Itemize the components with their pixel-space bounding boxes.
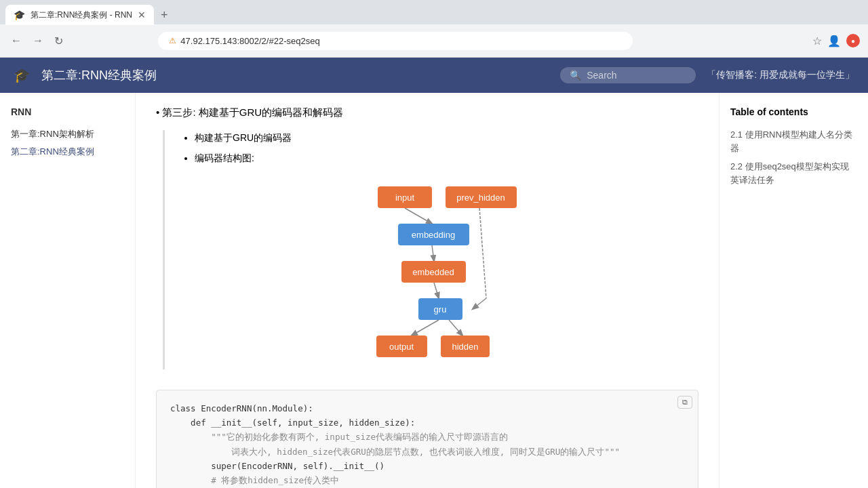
bullet-list: 构建基于GRU的编码器 编码器结构图: [178, 130, 698, 166]
search-input[interactable] [587, 70, 682, 81]
page-title: 第二章:RNN经典案例 [41, 67, 549, 83]
svg-text:hidden: hidden [452, 342, 478, 352]
browser-chrome: 🎓 第二章:RNN经典案例 - RNN ✕ + ← → ↻ ⚠ 47.92.17… [0, 0, 868, 58]
svg-text:output: output [389, 342, 414, 352]
search-icon: 🔍 [570, 70, 581, 81]
main-content: • 第三步: 构建基于GRU的编码器和解码器 构建基于GRU的编码器 编码器结构… [136, 93, 719, 488]
svg-line-4 [434, 283, 439, 298]
menu-button[interactable]: ● [846, 34, 860, 47]
svg-text:input: input [395, 192, 414, 203]
bookmark-button[interactable]: ☆ [812, 35, 822, 47]
new-tab-button[interactable]: + [157, 7, 172, 24]
code-content: class EncoderRNN(nn.Module): def __init_… [170, 401, 684, 488]
tab-bar: 🎓 第二章:RNN经典案例 - RNN ✕ + [0, 0, 868, 24]
page-header: 🎓 第二章:RNN经典案例 🔍 「传智播客: 用爱成就每一位学生」 [0, 58, 868, 93]
page-layout: RNN 第一章:RNN架构解析 第二章:RNN经典案例 • 第三步: 构建基于G… [0, 93, 868, 488]
toc-item-2[interactable]: 2.2 使用seq2seq模型架构实现英译法任务 [730, 157, 857, 189]
back-button[interactable]: ← [8, 32, 24, 49]
refresh-button[interactable]: ↻ [52, 32, 66, 50]
copy-button[interactable]: ⧉ [677, 396, 692, 409]
code-line-1: class EncoderRNN(nn.Module): [170, 403, 313, 413]
code-block: ⧉ class EncoderRNN(nn.Module): def __ini… [156, 390, 698, 488]
search-box[interactable]: 🔍 [560, 67, 696, 83]
address-bar: ← → ↻ ⚠ 47.92.175.143:8002/2/#22-seq2seq… [0, 24, 868, 57]
diagram-container: input prev_hidden embedding embedded gru [178, 180, 698, 369]
svg-line-5 [412, 320, 439, 336]
svg-text:embedding: embedding [411, 230, 454, 240]
svg-line-2 [473, 298, 486, 309]
svg-line-3 [432, 245, 434, 261]
svg-line-1 [479, 208, 486, 298]
toc-title: Table of contents [730, 106, 857, 117]
address-text: 47.92.175.143:8002/2/#22-seq2seq [180, 36, 319, 46]
toc-item-1[interactable]: 2.1 使用RNN模型构建人名分类器 [730, 125, 857, 157]
section-heading: • 第三步: 构建基于GRU的编码器和解码器 [156, 106, 698, 119]
list-item-diagram: 编码器结构图: [195, 150, 698, 165]
profile-button[interactable]: 👤 [827, 35, 841, 47]
encoder-diagram: input prev_hidden embedding embedded gru [330, 180, 547, 369]
address-input[interactable]: ⚠ 47.92.175.143:8002/2/#22-seq2seq [158, 32, 633, 50]
tab-favicon: 🎓 [14, 9, 25, 20]
sidebar-item-chapter2[interactable]: 第二章:RNN经典案例 [11, 143, 124, 161]
sidebar-section-title: RNN [11, 106, 124, 117]
svg-line-0 [405, 208, 432, 224]
active-tab[interactable]: 🎓 第二章:RNN经典案例 - RNN ✕ [5, 5, 154, 25]
svg-text:gru: gru [433, 304, 446, 314]
browser-actions: ☆ 👤 ● [812, 34, 860, 47]
svg-text:prev_hidden: prev_hidden [456, 192, 505, 203]
list-item-encoder: 构建基于GRU的编码器 [195, 130, 698, 145]
svg-text:embedded: embedded [412, 267, 454, 277]
nested-section: 构建基于GRU的编码器 编码器结构图: [163, 130, 698, 369]
tab-close-button[interactable]: ✕ [138, 9, 146, 20]
sidebar: RNN 第一章:RNN架构解析 第二章:RNN经典案例 [0, 93, 136, 488]
header-logo-icon: 🎓 [14, 67, 31, 83]
brand-text: 「传智播客: 用爱成就每一位学生」 [707, 69, 854, 81]
forward-button[interactable]: → [30, 32, 46, 49]
security-icon: ⚠ [169, 36, 176, 45]
svg-line-6 [449, 320, 462, 336]
tab-title: 第二章:RNN经典案例 - RNN [31, 9, 132, 21]
table-of-contents: Table of contents 2.1 使用RNN模型构建人名分类器 2.2… [719, 93, 868, 488]
sidebar-item-chapter1[interactable]: 第一章:RNN架构解析 [11, 125, 124, 143]
